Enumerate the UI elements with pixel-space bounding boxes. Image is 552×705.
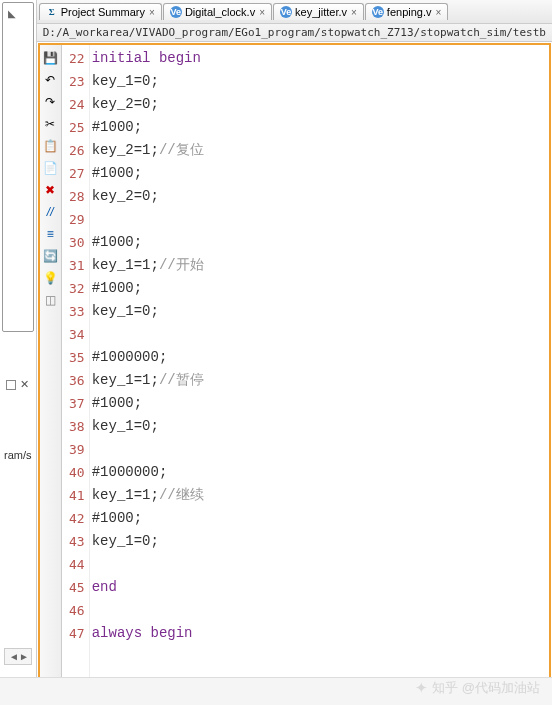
undo-icon[interactable]: ↶ <box>41 71 59 89</box>
line-number: 36 <box>62 369 85 392</box>
verilog-icon: Ve <box>280 6 292 18</box>
arrow-right-icon[interactable]: ► <box>19 651 29 662</box>
code-line: key_2=0; <box>92 185 549 208</box>
collapse-arrow-icon[interactable]: ◣ <box>8 8 16 19</box>
line-number: 24 <box>62 93 85 116</box>
line-number: 29 <box>62 208 85 231</box>
tab-key_jitter-v[interactable]: Vekey_jitter.v× <box>273 3 364 20</box>
line-number: 25 <box>62 116 85 139</box>
line-number: 23 <box>62 70 85 93</box>
code-line <box>92 438 549 461</box>
code-line <box>92 553 549 576</box>
arrow-left-icon[interactable]: ◄ <box>9 651 19 662</box>
tab-fenping-v[interactable]: Vefenping.v× <box>365 3 449 20</box>
line-number: 27 <box>62 162 85 185</box>
editor-area: ΣProject Summary×VeDigital_clock.v×Vekey… <box>37 0 552 705</box>
verilog-icon: Ve <box>170 6 182 18</box>
line-number: 35 <box>62 346 85 369</box>
line-number: 42 <box>62 507 85 530</box>
save-icon[interactable]: 💾 <box>41 49 59 67</box>
code-line <box>92 599 549 622</box>
tab-digital_clock-v[interactable]: VeDigital_clock.v× <box>163 3 272 20</box>
sigma-icon: Σ <box>46 6 58 18</box>
code-line: key_1=1;//继续 <box>92 484 549 507</box>
line-number: 47 <box>62 622 85 645</box>
line-number: 26 <box>62 139 85 162</box>
delete-icon[interactable]: ✖ <box>41 181 59 199</box>
code-line: #1000; <box>92 116 549 139</box>
editor-body: 💾 ↶ ↷ ✂ 📋 📄 ✖ // ≡ 🔄 💡 ◫ 222324252627282… <box>38 43 551 704</box>
code-line: #1000; <box>92 231 549 254</box>
tab-close-icon[interactable]: × <box>149 7 155 18</box>
code-line: key_1=1;//暂停 <box>92 369 549 392</box>
line-number: 31 <box>62 254 85 277</box>
left-panel-inner: ◣ <box>2 2 34 332</box>
line-number: 32 <box>62 277 85 300</box>
line-number: 38 <box>62 415 85 438</box>
zhihu-logo-icon: ✦ <box>415 679 428 697</box>
format-icon[interactable]: ≡ <box>41 225 59 243</box>
line-number: 41 <box>62 484 85 507</box>
watermark: ✦ 知乎 @代码加油站 <box>415 679 540 697</box>
code-line: #1000000; <box>92 346 549 369</box>
verilog-icon: Ve <box>372 6 384 18</box>
left-truncated-text: ram/s <box>2 445 34 465</box>
tab-close-icon[interactable]: × <box>259 7 265 18</box>
copy-icon[interactable]: 📋 <box>41 137 59 155</box>
code-line: end <box>92 576 549 599</box>
code-line: key_2=1;//复位 <box>92 139 549 162</box>
line-number: 34 <box>62 323 85 346</box>
code-line: key_1=0; <box>92 530 549 553</box>
tab-bar: ΣProject Summary×VeDigital_clock.v×Vekey… <box>37 0 552 24</box>
tab-label: Digital_clock.v <box>185 6 255 18</box>
line-number: 37 <box>62 392 85 415</box>
maximize-icon[interactable] <box>6 380 16 390</box>
line-number: 30 <box>62 231 85 254</box>
tab-label: Project Summary <box>61 6 145 18</box>
nav-arrow-bar: ◄ ► <box>4 648 32 665</box>
line-number: 40 <box>62 461 85 484</box>
code-line: key_1=1;//开始 <box>92 254 549 277</box>
line-number: 39 <box>62 438 85 461</box>
paste-icon[interactable]: 📄 <box>41 159 59 177</box>
line-number: 33 <box>62 300 85 323</box>
tab-label: key_jitter.v <box>295 6 347 18</box>
file-path-bar: D:/A_workarea/VIVADO_program/EGo1_progra… <box>37 24 552 42</box>
code-line: key_1=0; <box>92 300 549 323</box>
code-line: initial begin <box>92 47 549 70</box>
line-number: 22 <box>62 47 85 70</box>
tab-label: fenping.v <box>387 6 432 18</box>
code-line: key_1=0; <box>92 415 549 438</box>
comment-icon[interactable]: // <box>41 203 59 221</box>
redo-icon[interactable]: ↷ <box>41 93 59 111</box>
editor-vertical-toolbar: 💾 ↶ ↷ ✂ 📋 📄 ✖ // ≡ 🔄 💡 ◫ <box>40 45 62 702</box>
code-line <box>92 208 549 231</box>
refresh-icon[interactable]: 🔄 <box>41 247 59 265</box>
code-line: #1000; <box>92 277 549 300</box>
line-number: 46 <box>62 599 85 622</box>
left-side-panel: ◣ ✕ ram/s ◄ ► <box>0 0 37 705</box>
code-line: always begin <box>92 622 549 645</box>
line-number-gutter: 2223242526272829303132333435363738394041… <box>62 45 90 702</box>
code-line: key_1=0; <box>92 70 549 93</box>
bulb-icon[interactable]: 💡 <box>41 269 59 287</box>
tab-close-icon[interactable]: × <box>436 7 442 18</box>
code-line: #1000; <box>92 507 549 530</box>
template-icon[interactable]: ◫ <box>41 291 59 309</box>
code-line: #1000; <box>92 392 549 415</box>
line-number: 45 <box>62 576 85 599</box>
tab-project-summary[interactable]: ΣProject Summary× <box>39 3 162 20</box>
code-line: #1000000; <box>92 461 549 484</box>
line-number: 43 <box>62 530 85 553</box>
watermark-text: 知乎 @代码加油站 <box>432 679 540 697</box>
code-line <box>92 323 549 346</box>
left-panel-controls: ✕ <box>2 374 34 395</box>
code-line: #1000; <box>92 162 549 185</box>
close-icon[interactable]: ✕ <box>20 378 29 391</box>
code-line: key_2=0; <box>92 93 549 116</box>
cut-icon[interactable]: ✂ <box>41 115 59 133</box>
code-text-area[interactable]: initial beginkey_1=0;key_2=0;#1000;key_2… <box>90 45 549 702</box>
line-number: 44 <box>62 553 85 576</box>
line-number: 28 <box>62 185 85 208</box>
tab-close-icon[interactable]: × <box>351 7 357 18</box>
